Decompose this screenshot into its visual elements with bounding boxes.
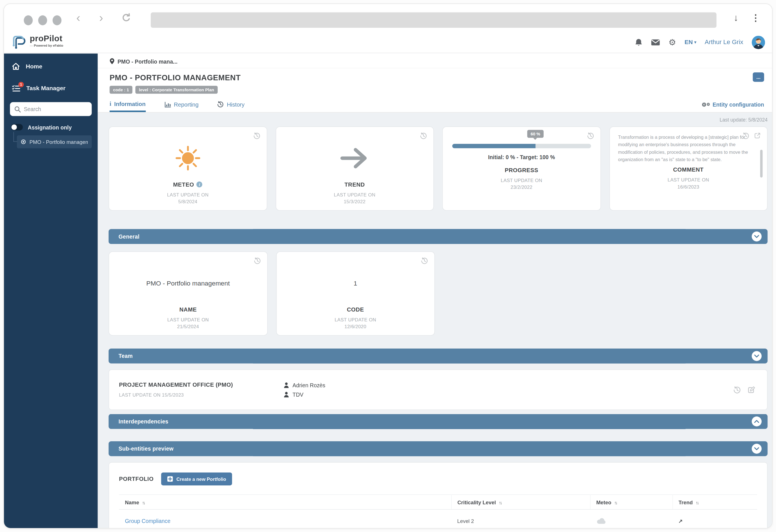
last-update-label: LAST UPDATE ON	[167, 192, 209, 197]
history-icon[interactable]	[421, 257, 428, 264]
toggle-label: Assignation only	[28, 124, 71, 130]
tab-reporting[interactable]: Reporting	[165, 102, 199, 112]
sidebar-item-home[interactable]: Home	[4, 60, 98, 72]
chevron-down-icon	[754, 354, 759, 358]
table-row: Group Compliance Level 2 ↗	[119, 509, 757, 528]
toggle-track[interactable]	[11, 124, 23, 131]
window-control-dot[interactable]	[52, 15, 62, 25]
user-name[interactable]: Arthur Le Grix	[705, 39, 743, 46]
portfolio-link[interactable]: Group Compliance	[125, 518, 171, 524]
info-tooltip-icon[interactable]: i	[196, 181, 202, 187]
team-role: PROJECT MANAGEMENT OFFICE (PMO)	[119, 382, 283, 388]
sub-entities-card: PORTFOLIO Create a new Portfolio Name↑↓ …	[109, 462, 768, 528]
download-icon[interactable]: ↓	[734, 12, 738, 23]
entity-node-icon	[21, 139, 26, 145]
entity-configuration-button[interactable]: ⚙⚙ Entity configuration	[702, 102, 764, 112]
code-badge: code : 1	[110, 85, 133, 94]
history-icon[interactable]	[253, 132, 260, 139]
edit-icon[interactable]	[748, 386, 755, 393]
window-controls[interactable]	[24, 15, 61, 25]
meteo-cell	[590, 509, 672, 528]
page-last-update: Last update: 5/8/2024	[109, 117, 768, 123]
progress-tooltip: 60 %	[527, 130, 544, 138]
window-control-dot[interactable]	[24, 15, 33, 25]
column-header-name[interactable]: Name↑↓	[119, 495, 451, 510]
section-sub-entities[interactable]: Sub-entities preview	[109, 441, 768, 456]
code-value: 1	[354, 279, 357, 287]
person-icon	[283, 391, 289, 397]
section-general[interactable]: General	[109, 229, 768, 244]
search-input[interactable]	[10, 102, 91, 116]
search-icon	[14, 106, 21, 113]
collapse-general-button[interactable]	[752, 231, 762, 241]
history-icon[interactable]	[253, 257, 261, 264]
url-bar[interactable]	[151, 12, 716, 28]
last-update-label: LAST UPDATE ON	[335, 317, 376, 322]
column-header-meteo[interactable]: Meteo↑↓	[590, 495, 672, 510]
collapse-sub-entities-button[interactable]	[752, 444, 762, 454]
chevron-down-icon	[754, 235, 759, 238]
create-portfolio-button[interactable]: Create a new Portfolio	[161, 473, 232, 486]
team-member: TDV	[283, 390, 733, 399]
expand-interdependencies-button[interactable]	[752, 416, 762, 426]
assignation-only-toggle[interactable]: Assignation only	[11, 124, 92, 131]
forward-icon[interactable]: ›	[99, 11, 103, 25]
language-selector[interactable]: EN▾	[685, 39, 696, 46]
location-pin-icon	[110, 58, 115, 64]
section-title: Sub-entities preview	[119, 446, 174, 452]
sidebar-item-task-manager[interactable]: 1 Task Manager	[4, 82, 98, 94]
progress-card: 60 % Initial: 0 % - Target: 100 % PROGRE…	[442, 126, 601, 211]
page-title: PMO - PORTFOLIO MANAGEMENT	[110, 73, 760, 82]
breadcrumb[interactable]: PMO - Portfolio mana...	[118, 58, 178, 64]
window-control-dot[interactable]	[38, 15, 47, 25]
propilot-logo-icon	[12, 34, 27, 50]
external-link-icon[interactable]	[754, 132, 761, 139]
column-header-criticality[interactable]: Criticality Level↑↓	[451, 495, 590, 510]
history-icon[interactable]	[742, 132, 749, 139]
column-header-trend[interactable]: Trend↑↓	[672, 495, 757, 510]
card-title: PROGRESS	[505, 167, 538, 173]
plus-square-icon	[167, 476, 173, 482]
trend-card: TREND LAST UPDATE ON15/3/2022	[275, 126, 434, 211]
card-title: COMMENT	[673, 166, 704, 172]
history-icon[interactable]	[587, 132, 594, 139]
tab-information[interactable]: i Information	[110, 100, 146, 112]
right-arrow-icon	[339, 145, 370, 171]
comment-scrollbar[interactable]	[760, 150, 763, 178]
settings-gear-icon[interactable]: ⚙	[668, 38, 676, 46]
last-update-date: 16/6/2023	[677, 184, 699, 189]
portfolio-label: PORTFOLIO	[119, 476, 154, 482]
browser-menu-icon[interactable]: ⋮	[751, 12, 760, 23]
tab-history[interactable]: History	[217, 101, 244, 112]
name-card: PMO - Portfolio management NAME LAST UPD…	[109, 251, 267, 336]
avatar[interactable]	[752, 35, 765, 49]
more-actions-button[interactable]: ...	[753, 72, 764, 82]
card-title: METEO	[173, 181, 194, 187]
section-interdependencies[interactable]: Interdependencies	[109, 414, 768, 429]
reload-icon[interactable]	[121, 13, 132, 23]
section-team[interactable]: Team	[109, 349, 768, 364]
last-update-date: 15/3/2022	[344, 199, 366, 204]
card-title: TREND	[344, 181, 365, 187]
last-update-date: 12/6/2020	[345, 324, 366, 329]
sort-icon: ↑↓	[499, 500, 502, 505]
sidebar-tree-item-pmo[interactable]: PMO - Portfolio management	[17, 135, 92, 148]
gears-icon: ⚙⚙	[702, 102, 710, 107]
back-icon[interactable]: ‹	[76, 11, 80, 25]
last-update-label: LAST UPDATE ON	[334, 192, 375, 197]
history-icon[interactable]	[420, 132, 427, 139]
app-logo[interactable]: proPilot — Powered by eFakto	[12, 34, 63, 50]
toggle-knob	[11, 124, 17, 130]
card-title: CODE	[347, 307, 364, 312]
sort-icon: ↑↓	[696, 500, 698, 505]
spacer	[443, 251, 601, 336]
info-icon: i	[110, 100, 112, 108]
notifications-bell-icon[interactable]	[635, 38, 643, 46]
team-card: PROJECT MANAGEMENT OFFICE (PMO) LAST UPD…	[109, 369, 768, 410]
history-icon[interactable]	[733, 386, 741, 393]
sidebar: Home 1 Task Manager	[4, 53, 98, 528]
sidebar-item-label: Task Manager	[26, 85, 65, 92]
collapse-team-button[interactable]	[752, 351, 762, 361]
level-badge: level : Corporate Transformation Plan	[136, 85, 218, 94]
messages-envelope-icon[interactable]	[651, 39, 660, 45]
